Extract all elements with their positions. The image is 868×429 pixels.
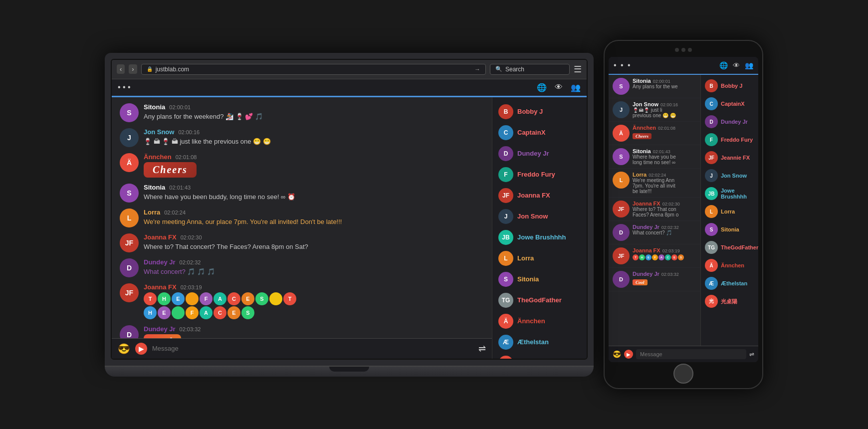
go-button[interactable]: → (474, 66, 480, 73)
phone-emoji-icon[interactable]: 😎 (613, 350, 621, 358)
eye-icon[interactable]: 👁 (555, 83, 563, 92)
msg-text: We're meeting Anna, our place 7pm. You'r… (144, 217, 484, 226)
sidebar-item-jonsnow[interactable]: J Jon Snow (492, 206, 587, 227)
sidebar-avatar: Æ (498, 335, 513, 350)
phone-user-item-thegodfather[interactable]: TG TheGodFather (701, 238, 758, 256)
phone-dot (688, 48, 692, 52)
sidebar-item-dundeejr[interactable]: D Dundey Jr (492, 143, 587, 164)
avatar: JF (120, 283, 139, 302)
sidebar-item-lorra[interactable]: L Lorra (492, 248, 587, 269)
phone-msg-author: Joanna FX (633, 201, 660, 207)
phone-message-input[interactable] (636, 349, 746, 359)
app-topbar: • • • 🌐 👁 👥 (112, 79, 587, 97)
phone-user-item-jonsnow[interactable]: J Jon Snow (701, 167, 758, 185)
sidebar-item-thegodfather[interactable]: TG TheGodFather (492, 290, 587, 311)
sidebar-avatar: F (498, 167, 513, 182)
laptop-screen: ‹ › 🔒 justblab.com → 🔍 Search ☰ • • • (111, 59, 588, 360)
phone-user-item-jeanniefx[interactable]: JF Jeannie FX (701, 149, 758, 167)
home-button[interactable] (673, 364, 693, 384)
sidebar-avatar: JB (498, 230, 513, 245)
phone-user-item-bobbyj[interactable]: B Bobby J (701, 77, 758, 95)
msg-content: Joanna FX 02:03:19 T H E F (144, 283, 484, 319)
list-item[interactable]: S Sitonia 02:01:43 Where have you be lon… (609, 145, 700, 169)
address-bar[interactable]: 🔒 justblab.com → (141, 64, 486, 75)
url-text: justblab.com (156, 66, 471, 73)
phone-device: • • • 🌐 👁 👥 S Sitonia 02:00:01 A (604, 40, 763, 389)
phone-user-item-sitonia[interactable]: S Sitonia (701, 220, 758, 238)
sidebar-item-freddofury[interactable]: F Freddo Fury (492, 164, 587, 185)
sidebar-username: Joanna FX (517, 192, 550, 199)
phone-user-avatar: Ä (705, 259, 718, 272)
phone-user-item-joweb[interactable]: JB Jowe Brushhhh (701, 185, 758, 203)
list-item[interactable]: J Jon Snow 02:00:16 🍷🏔🍷 just li previous… (609, 98, 700, 122)
phone-sticker-icon[interactable]: ▶ (624, 350, 633, 359)
phone-msg-author: Sitonia (633, 148, 651, 154)
phone-msg-preview: Where to? That con (633, 207, 696, 212)
sidebar-item-annchen[interactable]: Ä Ännchen (492, 311, 587, 332)
emoji-icon[interactable]: 😎 (118, 343, 130, 355)
phone-user-item-freddo[interactable]: F Freddo Fury (701, 131, 758, 149)
send-options-button[interactable]: ⇌ (478, 343, 486, 354)
sidebar-item-captainx[interactable]: C CaptainX (492, 122, 587, 143)
search-bar[interactable]: 🔍 Search (490, 64, 570, 75)
phone-msg-info: Ännchen 02:01:08 Cheers (633, 125, 696, 140)
sidebar-item-sitonia[interactable]: S Sitonia (492, 269, 587, 290)
messages-list: S Sitonia 02:00:01 Any plans for the wee… (112, 97, 492, 338)
phone-msg-author: Joanna FX (633, 247, 660, 253)
list-item[interactable]: D Dundey Jr 02:03:32 Cool (609, 268, 700, 291)
phone-eye-icon[interactable]: 👁 (733, 61, 740, 69)
phone-avatar: J (613, 101, 630, 118)
menu-icon[interactable]: ☰ (574, 64, 582, 75)
phone-user-item-chinese[interactable]: 光 光桌陽 (701, 292, 758, 310)
faces-mini: T H E F A C E S (633, 254, 696, 260)
phone-menu-dots[interactable]: • • • (614, 61, 632, 70)
sidebar-username: Lorra (517, 254, 534, 262)
phone-user-item-aethelstan[interactable]: Æ Æthelstan (701, 274, 758, 292)
sidebar-username: Dundey Jr (517, 150, 549, 157)
table-row: S Sitonia 02:01:43 Where have you been b… (120, 184, 484, 203)
list-item[interactable]: JF Joanna FX 02:02:30 Where to? That con… (609, 198, 700, 221)
phone-users-icon[interactable]: 👥 (745, 61, 753, 69)
users-icon[interactable]: 👥 (571, 83, 581, 92)
sidebar-item-bobbyj[interactable]: B Bobby J (492, 101, 587, 122)
phone-user-avatar: 光 (705, 295, 718, 308)
laptop-notch (329, 367, 369, 372)
phone-user-item-lorra[interactable]: L Lorra (701, 203, 758, 220)
sidebar-username: Bobby J (517, 108, 543, 115)
msg-author: Jon Snow (144, 128, 174, 136)
phone-user-avatar: JF (705, 151, 718, 164)
sidebar-avatar: JF (498, 188, 513, 203)
phone-chat-panel: S Sitonia 02:00:01 Any plans for the we … (609, 75, 701, 346)
sticker-icon[interactable]: ▶ (135, 343, 147, 355)
back-button[interactable]: ‹ (117, 64, 125, 74)
msg-content: Lorra 02:02:24 We're meeting Anna, our p… (144, 209, 484, 226)
list-item[interactable]: S Sitonia 02:00:01 Any plans for the we (609, 75, 700, 98)
phone-msg-author: Dundey Jr (633, 224, 659, 230)
list-item[interactable]: JF Joanna FX 02:03:19 T H E F A C (609, 244, 700, 268)
globe-icon[interactable]: 🌐 (537, 83, 547, 92)
sidebar-item-aethelstan[interactable]: Æ Æthelstan (492, 332, 587, 353)
phone-content: S Sitonia 02:00:01 Any plans for the we … (609, 75, 758, 346)
msg-time: 02:01:43 (169, 185, 191, 191)
phone-user-item-annchen[interactable]: Ä Ännchen (701, 256, 758, 274)
phone-screen: • • • 🌐 👁 👥 S Sitonia 02:00:01 A (609, 57, 758, 362)
phone-msg-time: 02:03:19 (662, 248, 680, 253)
phone-user-avatar: L (705, 205, 718, 218)
list-item[interactable]: Ä Ännchen 02:01:08 Cheers (609, 122, 700, 145)
sidebar-item-chinese[interactable]: 光 光桌陽 (492, 353, 587, 359)
phone-send-options-button[interactable]: ⇌ (749, 351, 754, 358)
msg-text: 🍷 🏔 🍷 🏔 just like the previous one 😁 😁 (144, 137, 484, 146)
sidebar-item-joannafx[interactable]: JF Joanna FX (492, 185, 587, 206)
list-item[interactable]: L Lorra 02:02:24 We're meeting Ann 7pm. … (609, 169, 700, 198)
forward-button[interactable]: › (129, 64, 137, 74)
sidebar-avatar: D (498, 146, 513, 161)
phone-user-item-dundeejr[interactable]: D Dundey Jr (701, 113, 758, 131)
phone-user-item-captainx[interactable]: C CaptainX (701, 95, 758, 113)
phone-msg-time: 02:02:30 (662, 202, 680, 207)
phone-user-avatar: C (705, 97, 718, 110)
phone-globe-icon[interactable]: 🌐 (719, 61, 728, 69)
avatar: JF (120, 233, 139, 252)
message-input[interactable] (152, 345, 473, 352)
list-item[interactable]: D Dundey Jr 02:02:32 What concert? 🎵 (609, 221, 700, 244)
sidebar-item-joweb[interactable]: JB Jowe Brushhhh (492, 227, 587, 248)
